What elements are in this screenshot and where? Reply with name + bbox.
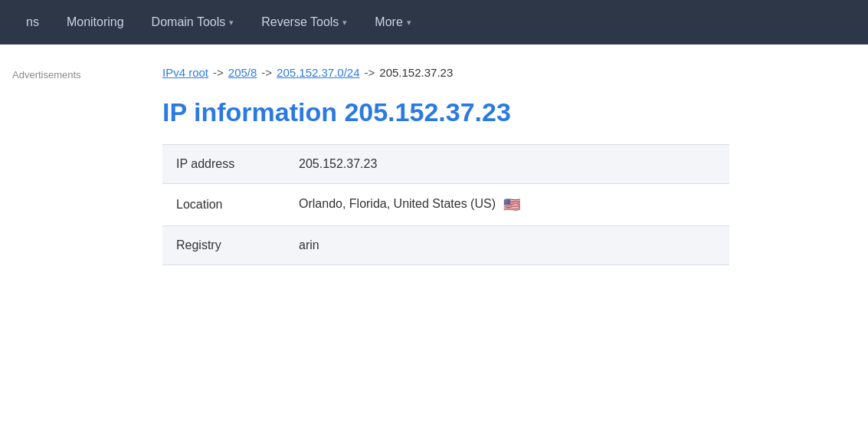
table-value-location: Orlando, Florida, United States (US) 🇺🇸 xyxy=(285,184,729,226)
advertisements-label: Advertisements xyxy=(12,69,138,81)
breadcrumb-link-subnet[interactable]: 205.152.37.0/24 xyxy=(277,66,359,79)
chevron-down-icon: ▾ xyxy=(229,18,234,28)
chevron-down-icon: ▾ xyxy=(407,18,411,28)
breadcrumb: IPv4 root -> 205/8 -> 205.152.37.0/24 ->… xyxy=(162,66,843,79)
breadcrumb-sep-2: -> xyxy=(261,66,272,79)
table-row: Registry arin xyxy=(162,226,729,265)
nav-label-domain-tools: Domain Tools xyxy=(152,15,226,29)
table-label-location: Location xyxy=(162,184,285,226)
chevron-down-icon: ▾ xyxy=(342,18,347,28)
nav-item-ns[interactable]: ns xyxy=(12,0,53,44)
nav-item-domain-tools[interactable]: Domain Tools ▾ xyxy=(138,0,248,44)
table-row: Location Orlando, Florida, United States… xyxy=(162,184,729,226)
nav-item-reverse-tools[interactable]: Reverse Tools ▾ xyxy=(247,0,361,44)
breadcrumb-sep-1: -> xyxy=(213,66,224,79)
breadcrumb-link-205-8[interactable]: 205/8 xyxy=(228,66,257,79)
us-flag-icon: 🇺🇸 xyxy=(503,197,520,212)
table-value-ip: 205.152.37.23 xyxy=(285,145,729,184)
breadcrumb-sep-3: -> xyxy=(365,66,375,79)
nav-label-ns: ns xyxy=(26,15,39,29)
table-value-registry: arin xyxy=(285,226,729,265)
main-nav: ns Monitoring Domain Tools ▾ Reverse Too… xyxy=(0,0,868,44)
table-label-registry: Registry xyxy=(162,226,285,265)
content-area: IPv4 root -> 205/8 -> 205.152.37.0/24 ->… xyxy=(138,66,868,265)
table-row: IP address 205.152.37.23 xyxy=(162,145,729,184)
location-text: Orlando, Florida, United States (US) xyxy=(299,197,496,210)
nav-label-reverse-tools: Reverse Tools xyxy=(261,15,339,29)
breadcrumb-current: 205.152.37.23 xyxy=(379,66,453,79)
main-content: Advertisements IPv4 root -> 205/8 -> 205… xyxy=(0,44,868,265)
breadcrumb-ipv4-root[interactable]: IPv4 root xyxy=(162,66,208,79)
page-title: IP information 205.152.37.23 xyxy=(162,97,843,127)
sidebar: Advertisements xyxy=(0,66,138,265)
table-label-ip: IP address xyxy=(162,145,285,184)
nav-item-more[interactable]: More ▾ xyxy=(361,0,424,44)
nav-label-monitoring: Monitoring xyxy=(67,15,124,29)
nav-label-more: More xyxy=(375,15,402,29)
ip-info-table: IP address 205.152.37.23 Location Orland… xyxy=(162,144,729,265)
nav-item-monitoring[interactable]: Monitoring xyxy=(53,0,138,44)
